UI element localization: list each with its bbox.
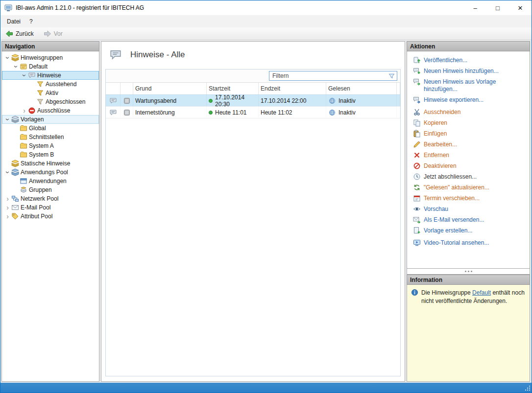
tree-item-ausstehend[interactable]: Ausstehend	[2, 80, 99, 89]
action-neuen-hinweis-hinzufügen[interactable]: Neuen Hinweis hinzufügen...	[413, 67, 527, 75]
tree-item-aktiv[interactable]: Aktiv	[2, 89, 99, 97]
action-bearbeiten[interactable]: Bearbeiten...	[413, 140, 527, 148]
active-status-dot-icon	[209, 99, 213, 103]
navigation-header: Navigation	[1, 41, 99, 51]
table-row-wartungsabend[interactable]: Wartungsabend17.10.2014 20:3017.10.2014 …	[106, 95, 400, 107]
right-column: Aktionen Veröffentlichen...Neuen Hinweis…	[407, 41, 530, 382]
tree-item-default[interactable]: ›Default	[2, 62, 99, 71]
action-vorlage-erstellen[interactable]: Vorlage erstellen...	[413, 227, 527, 234]
tree-item-system-b[interactable]: System B	[2, 150, 99, 159]
action-gelesen-aktualisieren[interactable]: "Gelesen" aktualisieren...	[413, 184, 527, 191]
chevron-collapsed-icon[interactable]: ›	[21, 107, 28, 115]
tree-item-netzwerk-pool[interactable]: ›Netzwerk Pool	[2, 194, 99, 203]
action-label: Kopieren	[424, 119, 447, 127]
toolbar: Zurück Vor	[0, 27, 532, 40]
tree-item-hinweise[interactable]: ›Hinweise	[2, 71, 99, 80]
chevron-expanded-icon[interactable]: ›	[4, 54, 12, 62]
action-hinweise-exportieren[interactable]: Hinweise exportieren...	[413, 96, 527, 104]
filter-input[interactable]	[269, 72, 388, 79]
tree-item-system-a[interactable]: System A	[2, 141, 99, 150]
preview-icon	[413, 205, 421, 213]
minimize-button[interactable]: –	[464, 0, 486, 15]
tree-item-schnittstellen[interactable]: Schnittstellen	[2, 133, 99, 141]
main-panel: Hinweise - Alle GrundStartzeitEndzeitGel…	[101, 41, 405, 382]
applications-icon	[20, 177, 27, 185]
chevron-collapsed-icon[interactable]: ›	[4, 204, 11, 211]
tree-item-e-mail-pool[interactable]: ›E-Mail Pool	[2, 203, 99, 212]
column-header-startzeit[interactable]: Startzeit	[207, 83, 259, 94]
table-cell	[121, 107, 133, 118]
close-button[interactable]: ✕	[509, 0, 532, 15]
group-stack-icon	[11, 54, 19, 62]
chevron-collapsed-icon[interactable]: ›	[4, 212, 11, 220]
chevron-spacer	[12, 142, 20, 150]
tree-item-anwendungen[interactable]: Anwendungen	[2, 177, 99, 185]
action-neuen-hinweis-aus-vorlage-hinzufügen[interactable]: Neuen Hinweis aus Vorlage hinzufügen...	[413, 78, 527, 93]
navigation-tree: ›Hinweisgruppen›Default›HinweiseAusstehe…	[1, 51, 99, 382]
tree-item-vorlagen[interactable]: ›Vorlagen	[2, 115, 99, 124]
table-cell	[397, 95, 400, 106]
tree-item-abgeschlossen[interactable]: Abgeschlossen	[2, 97, 99, 106]
action-kopieren[interactable]: Kopieren	[413, 119, 527, 127]
table-row-internetstörung[interactable]: InternetstörungHeute 11:01Heute 11:02Ina…	[106, 107, 400, 118]
table-header: GrundStartzeitEndzeitGelesen	[106, 83, 400, 95]
column-header-endzeit[interactable]: Endzeit	[259, 83, 326, 94]
resize-grip-icon[interactable]	[524, 385, 531, 392]
action-label: "Gelesen" aktualisieren...	[424, 184, 489, 191]
information-text: Die Hinweisgruppe Default enthält noch n…	[421, 289, 526, 305]
column-header-grund[interactable]: Grund	[133, 83, 207, 94]
maximize-button[interactable]: □	[486, 0, 509, 15]
column-header-gelesen[interactable]: Gelesen	[326, 83, 397, 94]
reschedule-icon	[413, 194, 421, 202]
chevron-expanded-icon[interactable]: ›	[21, 72, 28, 79]
action-vorschau[interactable]: Vorschau	[413, 205, 527, 213]
default-group-link[interactable]: Default	[472, 289, 491, 296]
action-ausschneiden[interactable]: Ausschneiden	[413, 108, 527, 116]
tree-item-label: System A	[29, 142, 54, 149]
chevron-expanded-icon[interactable]: ›	[4, 169, 12, 176]
hints-icon	[28, 71, 36, 79]
chevron-spacer	[29, 89, 36, 97]
forward-button[interactable]: Vor	[42, 29, 65, 38]
back-button[interactable]: Zurück	[3, 29, 36, 38]
menu-datei[interactable]: Datei	[2, 16, 25, 27]
filter-funnel-icon[interactable]	[388, 72, 395, 80]
tree-item-label: E-Mail Pool	[21, 204, 50, 211]
action-deaktivieren[interactable]: Deaktivieren	[413, 162, 527, 170]
action-als-e-mail-versenden[interactable]: Als E-Mail versenden...	[413, 216, 527, 224]
menu-help[interactable]: ?	[25, 16, 37, 27]
chevron-spacer	[12, 186, 20, 194]
action-video-tutorial-ansehen[interactable]: Video-Tutorial ansehen...	[413, 239, 527, 247]
action-termin-verschieben[interactable]: Termin verschieben...	[413, 194, 527, 202]
chevron-spacer	[12, 124, 20, 132]
action-label: Als E-Mail versenden...	[424, 216, 484, 224]
tree-item-statische-hinweise[interactable]: Statische Hinweise	[2, 159, 99, 168]
panel-splitter[interactable]	[407, 269, 530, 275]
cell-endzeit: Heute 11:02	[261, 109, 292, 116]
deactivate-icon	[413, 162, 421, 170]
chevron-collapsed-icon[interactable]: ›	[4, 195, 11, 203]
color-chip-icon	[123, 109, 131, 116]
action-jetzt-abschliessen[interactable]: Jetzt abschliessen...	[413, 173, 527, 181]
chevron-expanded-icon[interactable]: ›	[12, 63, 20, 70]
titlebar[interactable]: IBI-aws Admin 1.21.0 - registriert für I…	[0, 0, 532, 15]
action-label: Vorschau	[424, 205, 448, 213]
tree-item-gruppen[interactable]: Gruppen	[2, 185, 99, 194]
action-entfernen[interactable]: Entfernen	[413, 151, 527, 159]
tree-item-anwendungs-pool[interactable]: ›Anwendungs Pool	[2, 168, 99, 177]
filter-box	[269, 71, 397, 81]
hints-grid: GrundStartzeitEndzeitGelesen Wartungsabe…	[105, 69, 401, 376]
tree-item-hinweisgruppen[interactable]: ›Hinweisgruppen	[2, 53, 99, 62]
tree-item-label: Netzwerk Pool	[21, 195, 58, 202]
video-tutorial-icon	[413, 239, 421, 247]
filter-row	[106, 69, 400, 83]
action-einfügen[interactable]: Einfügen	[413, 130, 527, 138]
table-cell: Internetstörung	[133, 107, 207, 118]
tree-item-global[interactable]: Global	[2, 124, 99, 133]
tree-item-ausschlüsse[interactable]: ›Ausschlüsse	[2, 106, 99, 115]
action-veröffentlichen[interactable]: Veröffentlichen...	[413, 56, 527, 64]
column-header-blank[interactable]	[121, 83, 133, 94]
column-header-blank[interactable]	[106, 83, 121, 94]
chevron-expanded-icon[interactable]: ›	[4, 116, 12, 123]
tree-item-attribut-pool[interactable]: ›Attribut Pool	[2, 212, 99, 221]
